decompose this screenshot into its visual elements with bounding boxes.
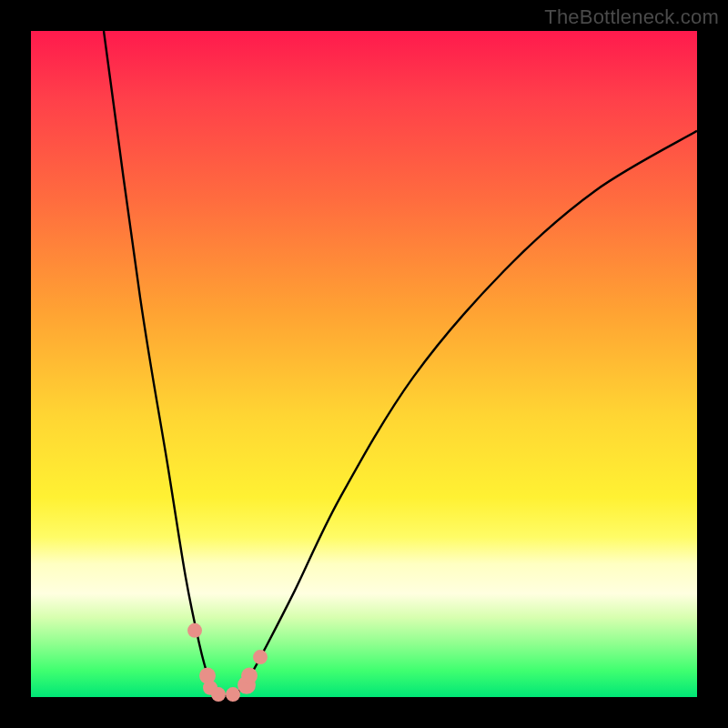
- chart-svg: [31, 31, 697, 697]
- data-marker: [211, 687, 226, 702]
- data-marker: [241, 668, 258, 684]
- outer-frame: TheBottleneck.com: [0, 0, 728, 728]
- data-markers: [187, 623, 268, 702]
- bottleneck-curve: [104, 31, 697, 696]
- chart-plot-area: [31, 31, 697, 697]
- watermark-text: TheBottleneck.com: [544, 5, 719, 29]
- data-marker: [253, 650, 268, 664]
- data-marker: [226, 687, 240, 702]
- data-marker: [187, 623, 202, 638]
